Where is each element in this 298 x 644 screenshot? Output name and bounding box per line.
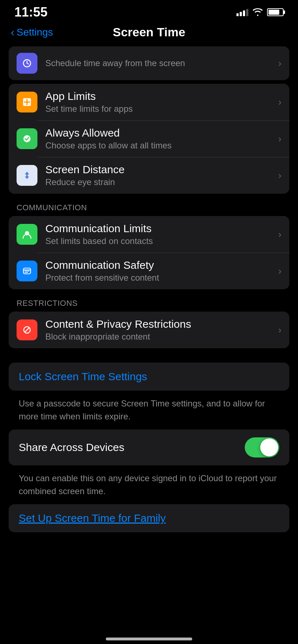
content-privacy-chevron-icon: ›	[278, 325, 281, 336]
share-across-devices-description: You can enable this on any device signed…	[9, 468, 289, 504]
communication-limits-subtitle: Set limits based on contacts	[45, 236, 275, 246]
communication-section-header: COMMUNICATION	[9, 197, 289, 216]
lock-settings-label: Lock Screen Time Settings	[19, 371, 147, 382]
usage-limits-card: App Limits Set time limits for apps › Al…	[9, 84, 289, 194]
communication-safety-icon	[17, 261, 37, 281]
svg-point-2	[23, 135, 31, 142]
downtime-card[interactable]: Schedule time away from the screen ›	[9, 46, 289, 80]
screen-distance-title: Screen Distance	[45, 164, 275, 176]
content-privacy-subtitle: Block inappropriate content	[45, 332, 275, 342]
screen-distance-chevron-icon: ›	[278, 170, 281, 181]
app-limits-title: App Limits	[45, 90, 275, 102]
screen-distance-text: Screen Distance Reduce eye strain	[45, 164, 275, 187]
share-across-devices-card: Share Across Devices	[9, 429, 289, 465]
communication-limits-row[interactable]: Communication Limits Set limits based on…	[9, 216, 289, 253]
status-time: 11:55	[14, 5, 48, 20]
always-allowed-chevron-icon: ›	[278, 133, 281, 144]
communication-safety-text: Communication Safety Protect from sensit…	[45, 259, 275, 283]
battery-icon	[267, 8, 284, 16]
communication-safety-row[interactable]: Communication Safety Protect from sensit…	[9, 253, 289, 289]
always-allowed-icon	[17, 128, 37, 149]
page-title: Screen Time	[113, 25, 185, 39]
wifi-icon	[253, 8, 263, 16]
share-across-devices-toggle[interactable]	[245, 437, 279, 457]
back-chevron-icon: ‹	[11, 26, 14, 38]
share-across-devices-label: Share Across Devices	[19, 441, 124, 454]
downtime-subtitle: Schedule time away from the screen	[45, 58, 275, 68]
communication-limits-icon	[17, 224, 37, 245]
status-bar: 11:55	[0, 0, 298, 22]
setup-family-row[interactable]: Set Up Screen Time for Family	[9, 504, 289, 532]
app-limits-subtitle: Set time limits for apps	[45, 104, 275, 114]
app-limits-chevron-icon: ›	[278, 97, 281, 108]
nav-header: ‹ Settings Screen Time	[0, 22, 298, 46]
status-icons	[236, 8, 284, 16]
lock-settings-card[interactable]: Lock Screen Time Settings	[9, 363, 289, 391]
screen-distance-row[interactable]: Screen Distance Reduce eye strain ›	[9, 157, 289, 194]
home-bar	[106, 638, 192, 640]
lock-settings-row[interactable]: Lock Screen Time Settings	[9, 363, 289, 391]
screen-distance-icon	[17, 165, 37, 186]
downtime-text: Schedule time away from the screen	[45, 58, 275, 68]
content-privacy-row[interactable]: Content & Privacy Restrictions Block ina…	[9, 312, 289, 348]
toggle-knob	[260, 438, 278, 456]
content-privacy-title: Content & Privacy Restrictions	[45, 318, 275, 330]
lock-settings-description: Use a passcode to secure Screen Time set…	[9, 394, 289, 429]
communication-limits-title: Communication Limits	[45, 222, 275, 235]
communication-limits-text: Communication Limits Set limits based on…	[45, 222, 275, 246]
communication-limits-chevron-icon: ›	[278, 229, 281, 240]
setup-family-card[interactable]: Set Up Screen Time for Family	[9, 504, 289, 532]
content-privacy-text: Content & Privacy Restrictions Block ina…	[45, 318, 275, 342]
app-limits-row[interactable]: App Limits Set time limits for apps ›	[9, 84, 289, 120]
back-label: Settings	[17, 27, 53, 38]
communication-card: Communication Limits Set limits based on…	[9, 216, 289, 289]
restrictions-section-header: RESTRICTIONS	[9, 293, 289, 312]
always-allowed-subtitle: Choose apps to allow at all times	[45, 141, 275, 151]
always-allowed-row[interactable]: Always Allowed Choose apps to allow at a…	[9, 120, 289, 157]
content-privacy-icon	[17, 319, 37, 340]
screen-distance-subtitle: Reduce eye strain	[45, 177, 275, 187]
downtime-icon	[17, 53, 37, 74]
home-indicator	[0, 632, 298, 644]
signal-icon	[236, 8, 248, 16]
share-across-devices-row: Share Across Devices	[9, 429, 289, 465]
always-allowed-title: Always Allowed	[45, 127, 275, 139]
communication-safety-title: Communication Safety	[45, 259, 275, 271]
downtime-chevron-icon: ›	[278, 58, 281, 69]
main-content: Schedule time away from the screen › App…	[0, 46, 298, 561]
always-allowed-text: Always Allowed Choose apps to allow at a…	[45, 127, 275, 151]
restrictions-card: Content & Privacy Restrictions Block ina…	[9, 312, 289, 348]
communication-safety-chevron-icon: ›	[278, 266, 281, 277]
app-limits-text: App Limits Set time limits for apps	[45, 90, 275, 114]
downtime-row[interactable]: Schedule time away from the screen ›	[9, 46, 289, 80]
back-button[interactable]: ‹ Settings	[11, 26, 53, 38]
communication-safety-subtitle: Protect from sensitive content	[45, 273, 275, 283]
app-limits-icon	[17, 92, 37, 112]
setup-family-label: Set Up Screen Time for Family	[19, 512, 166, 524]
